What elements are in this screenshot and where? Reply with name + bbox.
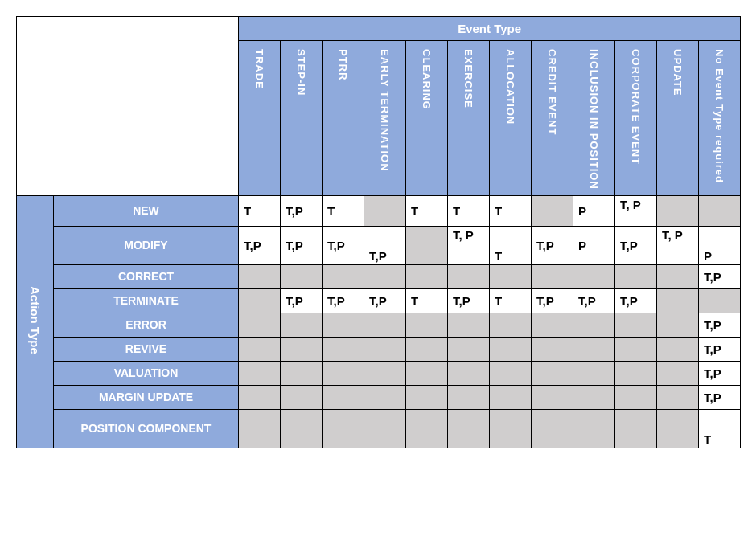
table-row: POSITION COMPONENT T	[17, 409, 741, 448]
cell	[490, 409, 532, 448]
cell: T,P	[699, 313, 741, 337]
cell	[448, 409, 490, 448]
cell: T,P	[699, 385, 741, 409]
cell: T,P	[323, 226, 364, 264]
cell	[239, 337, 281, 361]
cell: T,P	[699, 361, 741, 385]
row-head-correct: CORRECT	[54, 264, 239, 288]
cell	[532, 195, 573, 226]
col-head-exercise: EXERCISE	[448, 41, 490, 196]
cell: T,P	[532, 226, 573, 264]
cell	[573, 313, 615, 337]
cell	[323, 409, 364, 448]
cell: T,P	[239, 226, 281, 264]
row-head-valuation: VALUATION	[54, 361, 239, 385]
cell	[657, 313, 699, 337]
cell	[657, 337, 699, 361]
cell: T,P	[573, 288, 615, 313]
cell	[406, 226, 448, 264]
cell: T,P	[364, 288, 406, 313]
cell: T	[490, 195, 532, 226]
cell	[448, 361, 490, 385]
cell	[448, 385, 490, 409]
cell	[281, 385, 323, 409]
cell	[239, 264, 281, 288]
cell	[532, 385, 573, 409]
row-head-new: NEW	[54, 195, 239, 226]
table-row: VALUATION T,P	[17, 361, 741, 385]
cell: T	[490, 226, 532, 264]
cell: T,P	[532, 288, 573, 313]
action-event-matrix: Event Type TRADE STEP-IN PTRR EARLY TERM…	[16, 16, 741, 448]
cell: T	[699, 409, 741, 448]
col-head-corporate-event: CORPORATE EVENT	[615, 41, 657, 196]
action-type-header: Action Type	[17, 195, 54, 448]
row-head-modify: MODIFY	[54, 226, 239, 264]
cell	[364, 313, 406, 337]
cell	[532, 409, 573, 448]
cell: T,P	[281, 226, 323, 264]
cell	[239, 288, 281, 313]
cell: T,P	[699, 337, 741, 361]
cell	[657, 195, 699, 226]
cell	[615, 264, 657, 288]
cell	[406, 313, 448, 337]
cell: T, P	[657, 226, 699, 264]
table-row: ERROR T,P	[17, 313, 741, 337]
cell	[406, 385, 448, 409]
cell	[364, 337, 406, 361]
cell	[281, 264, 323, 288]
cell	[532, 264, 573, 288]
col-head-clearing: CLEARING	[406, 41, 448, 196]
cell	[615, 361, 657, 385]
cell	[364, 409, 406, 448]
cell: T, P	[448, 226, 490, 264]
top-left-blank	[17, 17, 239, 196]
cell	[615, 337, 657, 361]
cell: T	[448, 195, 490, 226]
cell	[323, 361, 364, 385]
cell	[657, 385, 699, 409]
cell	[448, 313, 490, 337]
col-head-allocation: ALLOCATION	[490, 41, 532, 196]
cell: T,P	[281, 195, 323, 226]
cell	[490, 337, 532, 361]
row-head-revive: REVIVE	[54, 337, 239, 361]
event-type-header: Event Type	[239, 17, 741, 41]
cell: T,P	[448, 288, 490, 313]
cell	[532, 361, 573, 385]
table-row: MODIFY T,P T,P T,P T,P T, P T T,P P T,P …	[17, 226, 741, 264]
cell	[364, 385, 406, 409]
table-row: Action Type NEW T T,P T T T T P T, P	[17, 195, 741, 226]
cell	[657, 361, 699, 385]
cell	[699, 288, 741, 313]
cell: T	[406, 195, 448, 226]
cell: T,P	[615, 226, 657, 264]
cell: T,P	[699, 264, 741, 288]
col-head-no-event-type: No Event Type required	[699, 41, 741, 196]
cell	[615, 385, 657, 409]
cell: T	[239, 195, 281, 226]
cell	[406, 361, 448, 385]
cell	[615, 409, 657, 448]
cell	[239, 361, 281, 385]
table-row: TERMINATE T,P T,P T,P T T,P T T,P T,P T,…	[17, 288, 741, 313]
cell	[573, 264, 615, 288]
cell: P	[573, 226, 615, 264]
cell	[573, 385, 615, 409]
cell	[364, 264, 406, 288]
table-row: MARGIN UPDATE T,P	[17, 385, 741, 409]
row-head-margin-update: MARGIN UPDATE	[54, 385, 239, 409]
cell: T	[406, 288, 448, 313]
col-head-update: UPDATE	[657, 41, 699, 196]
col-head-inclusion-in-position: INCLUSION IN POSITION	[573, 41, 615, 196]
cell	[239, 409, 281, 448]
cell	[239, 385, 281, 409]
cell: T, P	[615, 195, 657, 226]
cell	[406, 409, 448, 448]
cell	[448, 264, 490, 288]
cell	[323, 385, 364, 409]
col-head-credit-event: CREDIT EVENT	[532, 41, 573, 196]
row-head-position-component: POSITION COMPONENT	[54, 409, 239, 448]
cell	[573, 409, 615, 448]
